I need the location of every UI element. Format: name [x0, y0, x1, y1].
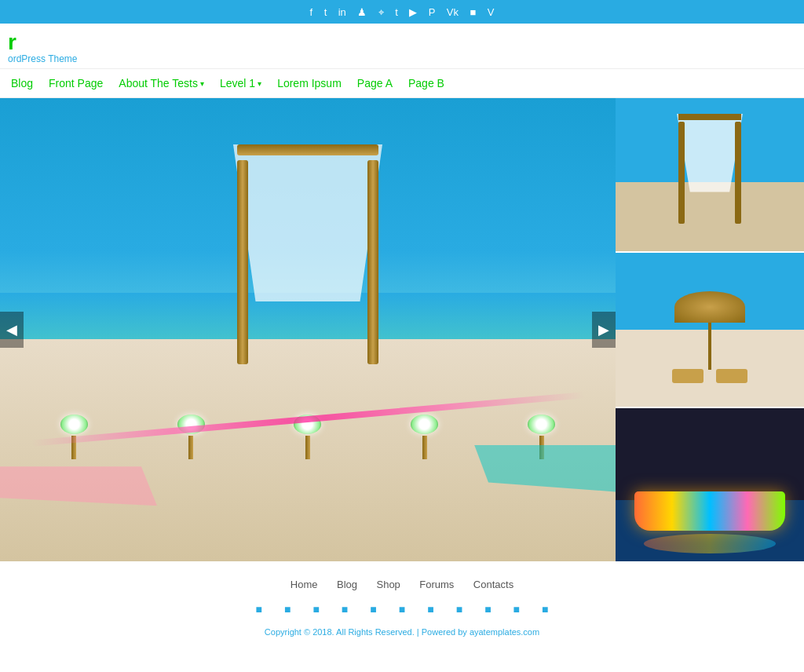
footer-social-tumblr[interactable]: ■ — [393, 601, 411, 618]
footer-blog[interactable]: Blog — [337, 579, 357, 590]
footer-home[interactable]: Home — [291, 579, 318, 590]
top-social-rss[interactable]: ⌖ — [378, 6, 384, 18]
arch-top-bar — [237, 144, 378, 155]
nav-page-a[interactable]: Page A — [349, 74, 400, 93]
night-boat — [634, 491, 785, 531]
umbrella-pole — [708, 323, 711, 370]
thumb-1[interactable] — [616, 98, 804, 251]
flower-stem — [422, 436, 427, 459]
arch-left-post — [237, 160, 248, 364]
thumb-3[interactable] — [616, 408, 804, 561]
thumb-fabric — [677, 114, 743, 192]
thumb-arch — [671, 114, 749, 224]
nav-blog[interactable]: Blog — [3, 74, 41, 93]
thumb-arch-right — [735, 122, 741, 224]
nav-about-tests-arrow: ▾ — [200, 79, 204, 88]
footer-copyright: Copyright © 2018. All Rights Reserved. |… — [0, 627, 804, 637]
main-content: ◀ ▶ — [0, 98, 804, 561]
footer-social-pinterest[interactable]: ■ — [451, 601, 468, 618]
top-social-tumblr[interactable]: t — [395, 6, 398, 18]
beach-umbrella — [674, 291, 745, 370]
beach-chair-left — [672, 369, 704, 383]
thumb-3-scene — [616, 408, 804, 561]
nav-page-b[interactable]: Page B — [400, 74, 452, 93]
wedding-arch — [221, 144, 394, 364]
nav-front-page[interactable]: Front Page — [41, 74, 111, 93]
flower-stem — [188, 436, 193, 459]
flower-head — [411, 415, 438, 434]
beach-chair-right — [716, 369, 747, 383]
footer-nav: Home Blog Shop Forums Contacts — [0, 577, 804, 591]
arch-fabric — [233, 144, 382, 301]
site-subtitle: ordPress Theme — [8, 53, 804, 64]
nav-about-tests[interactable]: About The Tests ▾ — [111, 74, 212, 93]
top-social-vk[interactable]: Vk — [447, 6, 459, 18]
umbrella-top — [674, 291, 745, 323]
footer-social-instagram[interactable]: ■ — [336, 601, 353, 618]
slide-next-button[interactable]: ▶ — [592, 312, 616, 348]
footer-social-youtube[interactable]: ■ — [422, 601, 439, 618]
footer-social-bar: ■ ■ ■ ■ ■ ■ ■ ■ ■ ■ ■ — [0, 601, 804, 618]
footer-social-bb[interactable]: ■ — [508, 601, 525, 618]
nav-level1[interactable]: Level 1 ▾ — [212, 74, 269, 93]
footer-social-vk[interactable]: ■ — [479, 601, 496, 618]
nav-level1-arrow: ▾ — [258, 79, 261, 88]
footer: Home Blog Shop Forums Contacts ■ ■ ■ ■ ■… — [0, 561, 804, 645]
top-social-twitter[interactable]: t — [324, 6, 327, 18]
flower-center-right — [411, 415, 438, 459]
main-nav: Blog Front Page About The Tests ▾ Level … — [0, 68, 804, 98]
footer-social-vimeo[interactable]: ■ — [536, 601, 554, 618]
flower-stem — [305, 436, 310, 459]
footer-forums[interactable]: Forums — [419, 579, 454, 590]
top-social-bar: f t in ♟ ⌖ t ▶ P Vk ■ V — [0, 0, 804, 24]
top-social-facebook[interactable]: f — [310, 6, 313, 18]
footer-social-rss[interactable]: ■ — [365, 601, 382, 618]
water-reflection — [644, 534, 776, 553]
site-title: r — [8, 31, 804, 53]
sidebar-thumbnails — [616, 98, 804, 561]
thumb-arch-left — [678, 122, 685, 224]
footer-social-linkedin[interactable]: ■ — [308, 601, 325, 618]
top-social-instagram[interactable]: ♟ — [357, 6, 367, 18]
top-social-linkedin[interactable]: in — [338, 6, 346, 18]
thumb-arch-top — [678, 114, 741, 120]
arch-right-post — [367, 160, 378, 364]
top-social-vimeo[interactable]: V — [488, 6, 495, 18]
top-social-youtube[interactable]: ▶ — [409, 6, 417, 18]
footer-contacts[interactable]: Contacts — [473, 579, 513, 590]
thumb-1-scene — [616, 98, 804, 251]
thumb-2-scene — [616, 253, 804, 406]
footer-social-facebook[interactable]: ■ — [250, 601, 268, 618]
thumb-2[interactable] — [616, 253, 804, 406]
hero-slideshow: ◀ ▶ — [0, 98, 616, 561]
flower-center-left — [177, 415, 205, 459]
nav-lorem-ipsum[interactable]: Lorem Ipsum — [269, 74, 349, 93]
top-social-blackberry[interactable]: ■ — [470, 6, 476, 18]
top-social-pinterest[interactable]: P — [429, 6, 436, 18]
flower-head — [528, 415, 555, 434]
footer-shop[interactable]: Shop — [376, 579, 400, 590]
hero-scene — [0, 98, 616, 561]
slide-prev-button[interactable]: ◀ — [0, 312, 24, 348]
footer-social-twitter[interactable]: ■ — [279, 601, 296, 618]
site-header: r ordPress Theme — [0, 24, 804, 68]
flower-head — [60, 415, 88, 434]
